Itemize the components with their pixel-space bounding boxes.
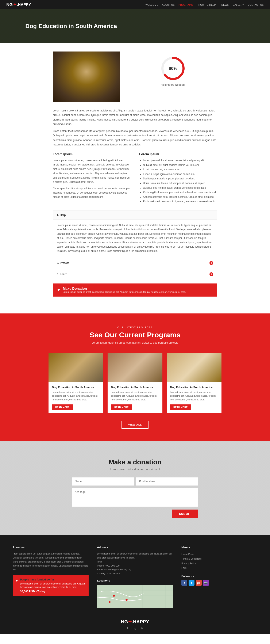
site-logo[interactable]: NG✦.HAPPY [6, 2, 31, 8]
donation-section: Make a donation Lorem ipsum dolor sit am… [0, 441, 270, 535]
programs-subtitle: Lorem ipsum dolor sit amet, cum at inani… [4, 341, 266, 344]
list-item: Proin sagittis lorem vel purus aliquot, … [143, 190, 217, 195]
nav-gallery[interactable]: GALLERY [233, 4, 244, 6]
donation-bar-title: Make Donation [63, 287, 186, 291]
nav-contact[interactable]: CONTACT US [248, 4, 264, 6]
footer-menu-home[interactable]: Home Page [181, 552, 257, 556]
navigation: NG✦.HAPPY WELCOME ABOUT US PROGRAMS HOW … [0, 0, 270, 9]
funded-amount: 36,000 USD - Today [20, 590, 86, 593]
footer-bottom: NG✦.HAPPY f t g+ ⊕ [13, 615, 257, 630]
twitter-icon[interactable]: t [189, 580, 195, 586]
donation-bar[interactable]: ♥ Make Donation Lorem ipsum dolor sit am… [53, 284, 217, 296]
left-col-para2: Class aptent taciti sociosqu ad litora t… [53, 186, 131, 199]
footer-country: Country: Your Country [97, 572, 173, 576]
main-content: 80% Volunteers Needed Lorem ipsum dolor … [48, 43, 222, 314]
volunteers-label: Volunteers Needed [161, 83, 185, 86]
footer-about-text: Proin sagittis lorem vel purus aliquot, … [13, 552, 89, 572]
donation-form-wrap: Make a donation Lorem ipsum dolor sit am… [72, 458, 198, 518]
facebook-icon[interactable]: f [181, 580, 187, 586]
list-item: In vel congue dui, at cursus ante. [143, 168, 217, 172]
card-2-title: Dog Education in South America [111, 386, 159, 389]
footer-menus-title: Menus [181, 546, 257, 549]
accordion-protect: 2. Protect + [53, 258, 217, 268]
footer-email: Email: Someone@something.org [97, 568, 173, 572]
footer-address-street: Town [97, 560, 173, 564]
footer-logo-ng: NG [121, 619, 128, 624]
dog-image [53, 52, 120, 102]
hero-section: Dog Education in South America [0, 9, 270, 43]
svg-point-10 [125, 599, 128, 601]
footer-twitter-link[interactable]: t [131, 627, 132, 630]
message-input[interactable] [72, 488, 198, 507]
footer-address-title: Address [97, 546, 173, 549]
footer-facebook-link[interactable]: f [127, 627, 128, 630]
accordion-help-header[interactable]: 1. Help [53, 210, 217, 220]
intro-section: 80% Volunteers Needed [53, 52, 217, 102]
left-col-para1: Lorem ipsum dolor sit amet, consectetur … [53, 158, 131, 184]
funded-content: People have funded so far Lorem ipsum do… [20, 578, 86, 593]
accordion-section: 1. Help Lorem ipsum dolor sit amet, cons… [53, 210, 217, 279]
left-column: Lorem Ipsum Lorem ipsum dolor sit amet, … [53, 152, 131, 204]
list-item: Aenean convallis ex at laoreet euismod. … [143, 195, 217, 200]
email-input[interactable] [136, 477, 198, 486]
footer-about: About us Proin sagittis lorem vel purus … [13, 546, 89, 608]
donut-chart: 80% [160, 56, 186, 81]
accordion-help: 1. Help Lorem ipsum dolor sit amet, cons… [53, 210, 217, 257]
footer-address: Address Lorem ipsum dolor sit amet, cons… [97, 546, 173, 608]
card-2-text: Lorem ipsum dolor sit amet, consectetur … [111, 390, 159, 402]
google-plus-icon[interactable]: g+ [196, 580, 202, 586]
card-1-text: Lorem ipsum dolor sit amet, consectetur … [52, 390, 100, 402]
list-item: Proin metus elit, euismod id ligula ac, … [143, 199, 217, 204]
card-3-body: Dog Education in South America Lorem ips… [167, 382, 222, 414]
accordion-protect-title: 2. Protect [57, 261, 69, 264]
donation-form-title: Make a donation [72, 458, 198, 466]
card-2: Dog Education in South America Lorem ips… [108, 353, 162, 414]
card-1-title: Dog Education in South America [52, 386, 100, 389]
footer-googleplus-link[interactable]: g+ [135, 627, 138, 630]
footer-address-text: Lorem ipsum dolor sit amet, consectetur … [97, 552, 173, 560]
footer-about-title: About us [13, 546, 89, 549]
card-3-read-more[interactable]: Read More [170, 404, 191, 410]
stat-section: 80% Volunteers Needed [129, 52, 217, 86]
view-all-wrap: VIEW ALL [4, 421, 266, 429]
footer-rss-link[interactable]: ⊕ [141, 627, 143, 630]
donation-bar-subtitle: Lorem ipsum dolor sit amet, consectetur … [63, 291, 186, 293]
view-all-button[interactable]: VIEW ALL [121, 421, 149, 429]
nav-news[interactable]: NEWS [221, 4, 229, 6]
nav-how-to-help[interactable]: HOW TO HELP [199, 4, 218, 6]
footer-menu-faq[interactable]: FAQs [181, 566, 257, 570]
nav-about[interactable]: ABOUT US [162, 4, 175, 6]
cards-row: Dog Education in South America Lorem ips… [40, 353, 230, 414]
donation-bar-text: Make Donation Lorem ipsum dolor sit amet… [63, 287, 186, 293]
programs-label: OUR LATEST PROJECTS [4, 326, 266, 329]
intro-text: Lorem ipsum dolor sit amet, consectetur … [53, 108, 217, 147]
stat-percent: 80% [169, 66, 177, 71]
submit-button[interactable]: SUBMIT [172, 510, 198, 518]
card-1-body: Dog Education in South America Lorem ips… [48, 382, 103, 414]
nav-programs[interactable]: PROGRAMS [178, 4, 195, 6]
svg-point-11 [109, 601, 111, 603]
accordion-learn-header[interactable]: 3. Learn + [53, 269, 217, 279]
instagram-icon[interactable]: 📷 [203, 580, 209, 586]
list-item: Sed tempus mauris a ipsum placerat tinci… [143, 176, 217, 181]
accordion-protect-header[interactable]: 2. Protect + [53, 258, 217, 268]
body-para-1: Lorem ipsum dolor sit amet, consectetur … [53, 108, 217, 126]
programs-section: OUR LATEST PROJECTS See Our Current Prog… [0, 314, 270, 442]
footer-bottom-social: f t g+ ⊕ [13, 627, 257, 630]
card-2-read-more[interactable]: Read More [111, 404, 132, 410]
footer-menu-privacy[interactable]: Privacy Policy [181, 561, 257, 566]
footer-logo-happy: .HAPPY [132, 619, 149, 624]
nav-welcome[interactable]: WELCOME [146, 4, 158, 6]
funded-title: People have funded so far [20, 578, 86, 581]
footer-locations-title: Locations [97, 579, 173, 582]
right-column: Lorem Ipsum Lorem ipsum dolor sit amet, … [139, 152, 217, 204]
footer-menu-terms[interactable]: Terms & Conditions [181, 556, 257, 561]
svg-point-9 [113, 594, 115, 597]
card-1: Dog Education in South America Lorem ips… [48, 353, 103, 414]
name-input[interactable] [72, 477, 134, 486]
follow-us-title: Follow us [181, 574, 257, 578]
map-placeholder [97, 585, 173, 608]
card-1-read-more[interactable]: Read More [52, 404, 73, 410]
card-3-image [167, 353, 222, 382]
footer-menus: Menus Home Page Terms & Conditions Priva… [181, 546, 257, 608]
